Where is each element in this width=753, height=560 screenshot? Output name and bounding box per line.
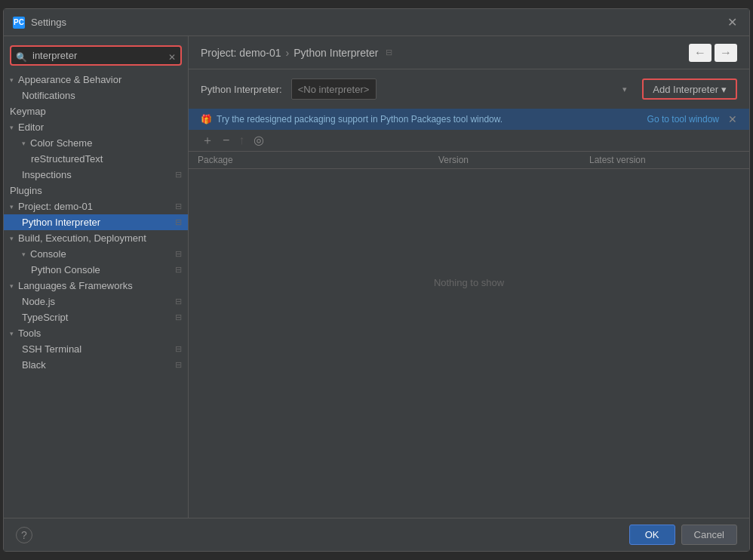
indicator-icon: ⊟	[175, 265, 182, 275]
breadcrumb-project: Project: demo-01	[201, 47, 281, 59]
add-interpreter-dropdown-icon: ▾	[721, 84, 727, 95]
indicator-icon: ⊟	[175, 360, 182, 370]
sidebar: 🔍 interpreter ✕ ▾ Appearance & Behavior …	[4, 36, 189, 518]
main-panel: Project: demo-01 › Python Interpreter ⊟ …	[189, 36, 749, 518]
sidebar-item-label: SSH Terminal	[22, 343, 81, 355]
breadcrumb-page: Python Interpreter	[294, 47, 378, 59]
footer-buttons: OK Cancel	[629, 525, 737, 545]
eye-button[interactable]: ◎	[250, 133, 268, 148]
sidebar-item-label: Tools	[18, 328, 41, 339]
app-icon: PC	[13, 17, 25, 29]
upgrade-package-button[interactable]: ↑	[235, 133, 248, 148]
select-arrow-icon: ▾	[622, 85, 627, 94]
sidebar-item-langs-frameworks[interactable]: ▾ Languages & Frameworks	[4, 278, 188, 294]
indicator-icon: ⊟	[175, 312, 182, 322]
sidebar-item-python-interpreter[interactable]: Python Interpreter ⊟	[4, 214, 188, 230]
sidebar-item-label: Node.js	[22, 296, 55, 307]
indicator-icon: ⊟	[175, 344, 182, 354]
search-clear-button[interactable]: ✕	[168, 52, 176, 63]
nav-forward-button[interactable]: →	[715, 44, 737, 62]
chevron-icon: ▾	[10, 124, 14, 131]
sidebar-item-label: reStructuredText	[31, 153, 103, 165]
sidebar-item-label: Inspections	[22, 169, 72, 180]
sidebar-item-label: Editor	[18, 122, 44, 133]
col-package: Package	[198, 155, 438, 165]
sidebar-item-notifications[interactable]: Notifications	[4, 88, 188, 103]
chevron-icon: ▾	[10, 282, 14, 290]
packaging-banner: 🎁 Try the redesigned packaging support i…	[189, 109, 749, 130]
sidebar-item-label: Notifications	[22, 90, 75, 101]
chevron-icon: ▾	[10, 76, 14, 84]
chevron-icon: ▾	[22, 140, 26, 147]
sidebar-item-color-scheme[interactable]: ▾ Color Scheme	[4, 135, 188, 151]
indicator-icon: ⊟	[175, 217, 182, 227]
sidebar-item-build-exec[interactable]: ▾ Build, Execution, Deployment	[4, 230, 188, 246]
table-header: Package Version Latest version	[189, 152, 749, 169]
sidebar-item-plugins[interactable]: Plugins	[4, 183, 188, 198]
interpreter-row: Python Interpreter: <No interpreter> ▾ A…	[189, 69, 749, 109]
search-wrapper: 🔍 interpreter ✕	[4, 42, 188, 72]
sidebar-item-console[interactable]: ▾ Console ⊟	[4, 246, 188, 262]
search-input[interactable]: interpreter	[10, 45, 182, 66]
indicator-icon: ⊟	[175, 202, 182, 211]
add-package-button[interactable]: ＋	[198, 133, 217, 148]
ok-button[interactable]: OK	[629, 525, 675, 545]
col-latest-version: Latest version	[589, 155, 740, 165]
breadcrumb-separator: ›	[286, 47, 290, 59]
sidebar-item-python-console[interactable]: Python Console ⊟	[4, 262, 188, 278]
sidebar-item-label: Keymap	[10, 106, 46, 117]
sidebar-item-inspections[interactable]: Inspections ⊟	[4, 167, 188, 183]
interpreter-label: Python Interpreter:	[201, 84, 282, 95]
sidebar-item-restructured[interactable]: reStructuredText	[4, 151, 188, 167]
nav-arrows: ← →	[689, 44, 737, 62]
interpreter-select[interactable]: <No interpreter>	[291, 78, 376, 100]
sidebar-item-typescript[interactable]: TypeScript ⊟	[4, 309, 188, 325]
sidebar-item-tools[interactable]: ▾ Tools	[4, 325, 188, 341]
chevron-icon: ▾	[22, 251, 26, 258]
help-button[interactable]: ?	[16, 527, 32, 543]
sidebar-item-label: TypeScript	[22, 312, 68, 323]
sidebar-item-label: Appearance & Behavior	[18, 74, 121, 85]
remove-package-button[interactable]: −	[219, 133, 233, 148]
nothing-to-show: Nothing to show	[189, 169, 749, 395]
col-version: Version	[438, 155, 589, 165]
packaging-text: Try the redesigned packaging support in …	[217, 114, 503, 125]
sidebar-item-label: Build, Execution, Deployment	[18, 232, 146, 244]
main-header: Project: demo-01 › Python Interpreter ⊟ …	[189, 36, 749, 69]
sidebar-item-label: Console	[30, 248, 66, 260]
sidebar-item-appearance[interactable]: ▾ Appearance & Behavior	[4, 72, 188, 88]
sidebar-item-keymap[interactable]: Keymap	[4, 103, 188, 119]
packaging-right: Go to tool window ✕	[647, 113, 737, 125]
sidebar-item-label: Languages & Frameworks	[18, 280, 133, 291]
sidebar-item-black[interactable]: Black ⊟	[4, 357, 188, 373]
indicator-icon: ⊟	[175, 297, 182, 306]
sidebar-item-label: Python Interpreter	[22, 217, 100, 228]
chevron-icon: ▾	[10, 330, 14, 337]
breadcrumb: Project: demo-01 › Python Interpreter ⊟	[201, 47, 392, 59]
packaging-left: 🎁 Try the redesigned packaging support i…	[201, 114, 503, 125]
close-button[interactable]: ✕	[724, 15, 740, 30]
packages-table: Package Version Latest version Nothing t…	[189, 152, 749, 518]
go-to-tool-window-link[interactable]: Go to tool window	[647, 114, 719, 125]
indicator-icon: ⊟	[175, 170, 182, 180]
add-interpreter-button[interactable]: Add Interpreter ▾	[642, 78, 737, 100]
indicator-icon: ⊟	[175, 249, 182, 259]
add-interpreter-label: Add Interpreter	[653, 84, 718, 95]
banner-close-button[interactable]: ✕	[728, 113, 737, 125]
chevron-icon: ▾	[10, 235, 14, 242]
sidebar-item-label: Project: demo-01	[18, 201, 93, 212]
cancel-button[interactable]: Cancel	[681, 525, 737, 545]
packages-toolbar: ＋ − ↑ ◎	[189, 130, 749, 152]
sidebar-item-label: Python Console	[31, 264, 100, 275]
breadcrumb-icon: ⊟	[386, 48, 392, 57]
sidebar-item-editor[interactable]: ▾ Editor	[4, 119, 188, 135]
chevron-icon: ▾	[10, 203, 14, 211]
sidebar-item-label: Plugins	[10, 185, 42, 196]
sidebar-item-nodejs[interactable]: Node.js ⊟	[4, 294, 188, 309]
nav-back-button[interactable]: ←	[689, 44, 712, 62]
sidebar-item-project-demo[interactable]: ▾ Project: demo-01 ⊟	[4, 198, 188, 214]
select-wrapper: <No interpreter> ▾	[291, 78, 634, 100]
sidebar-item-ssh-terminal[interactable]: SSH Terminal ⊟	[4, 341, 188, 357]
dialog-title: Settings	[31, 17, 66, 28]
sidebar-item-label: Black	[22, 359, 46, 371]
